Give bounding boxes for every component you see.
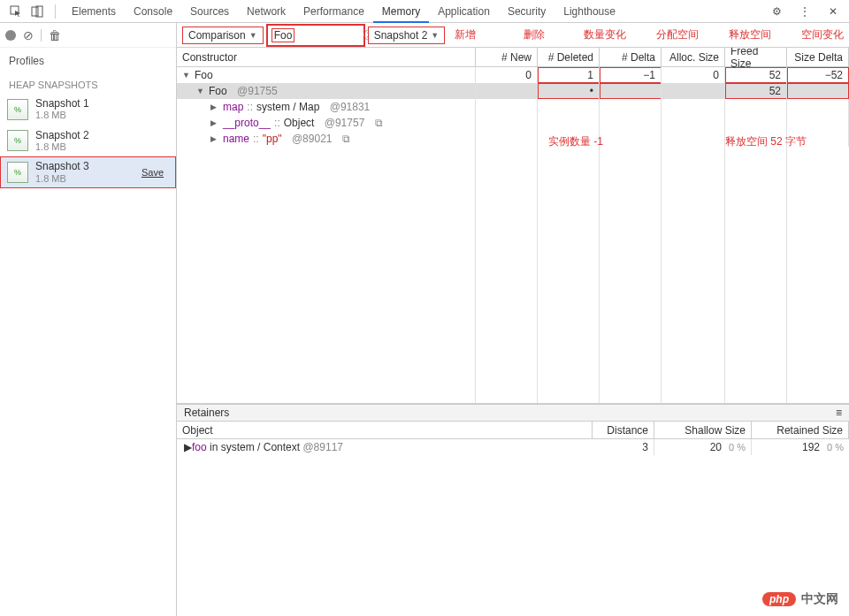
tab-network[interactable]: Network: [238, 1, 294, 22]
tab-elements[interactable]: Elements: [63, 1, 125, 22]
toggle-icon[interactable]: ▶: [210, 103, 219, 111]
snapshot-name: Snapshot 1: [35, 97, 89, 110]
heap-snapshots-label: HEAP SNAPSHOTS: [0, 71, 176, 94]
menu-icon[interactable]: ≡: [836, 407, 842, 419]
retainers-header: Retainers ≡: [177, 404, 849, 422]
svg-rect-1: [32, 7, 38, 16]
device-icon[interactable]: [30, 4, 44, 19]
annotation-freed: 释放空间 52 字节: [725, 134, 807, 149]
snapshot-item-1[interactable]: % Snapshot 11.8 MB: [0, 94, 176, 125]
watermark: php 中文网: [762, 591, 838, 607]
divider: [41, 29, 42, 42]
col-shallow[interactable]: Shallow Size: [654, 422, 752, 438]
tab-memory[interactable]: Memory: [373, 1, 429, 23]
tab-security[interactable]: Security: [499, 1, 555, 22]
chevron-down-icon: ▼: [249, 31, 257, 40]
table-row[interactable]: ▼Foo 0 1 −1 0 52 −52: [177, 67, 849, 83]
filter-bar: Comparison▼ Foo ⓧ Snapshot 2▼ 新增 删除 数量变化…: [177, 23, 849, 48]
profile-actions: ⊘ 🗑: [0, 23, 176, 48]
retainers-body[interactable]: ▶foo in system / Context @89117 3 200 % …: [177, 439, 849, 616]
snapshot-icon: %: [7, 162, 28, 183]
snapshot-size: 1.8 MB: [35, 141, 89, 153]
toggle-icon[interactable]: ▼: [182, 71, 191, 80]
base-snapshot-dropdown[interactable]: Snapshot 2▼: [368, 27, 446, 44]
snapshot-name: Snapshot 2: [35, 129, 89, 141]
col-sizedelta[interactable]: Size Delta: [787, 48, 849, 66]
record-icon[interactable]: [5, 30, 16, 41]
tab-performance[interactable]: Performance: [294, 1, 373, 22]
column-headers: Constructor # New # Deleted # Delta Allo…: [177, 48, 849, 67]
retainers-columns: Object Distance Shallow Size Retained Si…: [177, 422, 849, 439]
col-new[interactable]: # New: [476, 48, 538, 66]
filter-text[interactable]: [298, 29, 360, 42]
col-freed[interactable]: Freed Size: [725, 48, 787, 66]
col-delta[interactable]: # Delta: [600, 48, 662, 66]
table-row[interactable]: ▼Foo @91755 • 52: [177, 83, 849, 99]
snapshot-item-3[interactable]: % Snapshot 31.8 MB Save: [0, 156, 176, 188]
col-retained[interactable]: Retained Size: [752, 422, 849, 438]
toggle-icon[interactable]: ▶: [184, 441, 192, 453]
devtools-top-bar: Elements Console Sources Network Perform…: [0, 0, 849, 23]
snapshot-name: Snapshot 3: [35, 160, 89, 172]
svg-rect-2: [36, 6, 42, 17]
content: Comparison▼ Foo ⓧ Snapshot 2▼ 新增 删除 数量变化…: [177, 23, 849, 616]
table-row[interactable]: ▶map :: system / Map @91831: [177, 99, 849, 115]
class-filter-input[interactable]: Foo ⓧ: [267, 25, 364, 46]
table-row[interactable]: ▶__proto__ :: Object @91757 ⧉: [177, 115, 849, 131]
snapshot-item-2[interactable]: % Snapshot 21.8 MB: [0, 125, 176, 157]
col-distance[interactable]: Distance: [593, 422, 654, 438]
panel-tabs: Elements Console Sources Network Perform…: [63, 1, 624, 22]
snapshot-icon: %: [7, 130, 28, 151]
sidebar: ⊘ 🗑 Profiles HEAP SNAPSHOTS % Snapshot 1…: [0, 23, 177, 616]
toggle-icon[interactable]: ▼: [196, 87, 205, 95]
delete-icon[interactable]: 🗑: [49, 28, 61, 42]
chevron-down-icon: ▼: [431, 31, 439, 40]
clear-icon[interactable]: ⊘: [23, 28, 34, 42]
toggle-icon[interactable]: ▶: [210, 118, 219, 127]
col-object[interactable]: Object: [177, 422, 593, 438]
snapshot-size: 1.8 MB: [35, 173, 89, 185]
tab-lighthouse[interactable]: Lighthouse: [555, 1, 624, 22]
snapshot-icon: %: [7, 99, 28, 120]
annotation-instances: 实例数量 -1: [548, 134, 603, 149]
retainer-row[interactable]: ▶foo in system / Context @89117 3 200 % …: [177, 439, 849, 455]
profiles-label: Profiles: [0, 48, 176, 71]
tab-application[interactable]: Application: [429, 1, 499, 22]
tab-console[interactable]: Console: [125, 1, 181, 22]
comparison-table[interactable]: ▼Foo 0 1 −1 0 52 −52 ▼Foo @91755 • 52 ▶m…: [177, 67, 849, 404]
col-constructor[interactable]: Constructor: [177, 48, 476, 66]
col-deleted[interactable]: # Deleted: [538, 48, 600, 66]
save-link[interactable]: Save: [142, 167, 164, 178]
snapshot-size: 1.8 MB: [35, 110, 89, 121]
view-mode-label: Comparison: [188, 29, 246, 42]
settings-icon[interactable]: ⚙: [769, 4, 784, 19]
base-snapshot-label: Snapshot 2: [374, 29, 428, 42]
annotation-labels: 新增 删除 数量变化 分配空间 释放空间 空间变化: [455, 27, 844, 42]
filter-value: Foo: [272, 28, 295, 42]
toggle-icon[interactable]: ▶: [210, 134, 219, 143]
tab-sources[interactable]: Sources: [181, 1, 238, 22]
divider: [55, 4, 56, 19]
col-alloc[interactable]: Alloc. Size: [662, 48, 725, 66]
inspect-icon[interactable]: [9, 4, 23, 19]
more-icon[interactable]: ⋮: [798, 4, 812, 19]
close-icon[interactable]: ✕: [826, 4, 840, 19]
view-mode-dropdown[interactable]: Comparison▼: [182, 27, 264, 44]
